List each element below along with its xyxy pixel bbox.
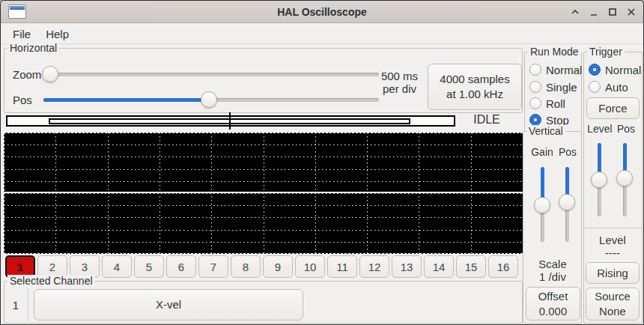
selected-channel-separator	[28, 288, 28, 321]
channel-button-15[interactable]: 15	[456, 255, 486, 278]
capture-status: IDLE	[460, 113, 514, 127]
pos-slider-handle[interactable]	[201, 91, 217, 108]
channel-button-9[interactable]: 9	[263, 255, 293, 278]
trigger-pos-slider-handle[interactable]	[616, 170, 633, 186]
channel-button-10[interactable]: 10	[295, 255, 325, 278]
scale-button[interactable]: Scale 1 /div	[526, 258, 580, 283]
trigger-edge-button[interactable]: Rising	[586, 262, 640, 284]
menu-help[interactable]: Help	[38, 25, 76, 43]
trigger-radio-normal[interactable]: Normal	[589, 63, 641, 76]
zoom-slider-handle[interactable]	[42, 66, 58, 82]
vertical-frame-label: Vertical	[526, 125, 565, 138]
close-icon[interactable]	[625, 6, 637, 18]
selected-channel-number: 1	[7, 299, 25, 312]
trigger-level-slider-handle[interactable]	[591, 171, 607, 188]
channel-button-11[interactable]: 11	[327, 255, 357, 278]
minimize-icon[interactable]	[588, 6, 600, 18]
offset-button[interactable]: Offset 0.000	[526, 287, 580, 321]
channel-source-button[interactable]: X-vel	[34, 289, 303, 321]
channel-button-6[interactable]: 6	[166, 255, 196, 278]
samples-button[interactable]: 4000 samples at 1.00 kHz	[428, 64, 522, 110]
zoom-slider-label: Zoom	[13, 68, 41, 81]
menu-file[interactable]: File	[5, 25, 38, 43]
time-per-div: 500 ms per div	[375, 70, 424, 95]
horizontal-frame-label: Horizontal	[7, 42, 59, 55]
pos-slider-fill	[43, 98, 209, 102]
gain-slider-label: Gain	[529, 146, 556, 158]
channel-button-12[interactable]: 12	[359, 255, 389, 278]
vertical-pos-slider-handle[interactable]	[559, 194, 575, 210]
vertical-pos-slider-label: Pos	[556, 146, 579, 158]
radio-icon	[529, 64, 541, 76]
app-window: HAL Oscilloscope File Help Horizontal Zo…	[0, 0, 644, 325]
shade-icon[interactable]	[569, 6, 581, 18]
runmode-radio-roll[interactable]: Roll	[529, 97, 565, 110]
gain-slider-handle[interactable]	[534, 197, 550, 213]
trigger-level-caption: Level	[586, 234, 640, 246]
radio-icon	[529, 81, 541, 93]
trigger-radio-auto[interactable]: Auto	[589, 80, 628, 94]
radio-icon	[529, 97, 541, 109]
run-mode-frame-label: Run Mode	[528, 46, 581, 58]
channel-button-8[interactable]: 8	[231, 255, 261, 278]
scope-display[interactable]	[4, 133, 523, 254]
runmode-radio-single[interactable]: Single	[529, 80, 577, 94]
trigger-level-value: ----	[586, 246, 640, 259]
trigger-pos-slider-label: Pos	[615, 123, 637, 135]
selected-channel-frame-label: Selected Channel	[7, 275, 95, 288]
radio-icon-checked	[529, 114, 541, 126]
channel-button-16[interactable]: 16	[488, 255, 518, 278]
record-position-marker	[229, 112, 231, 130]
radio-icon	[589, 81, 601, 93]
titlebar: HAL Oscilloscope	[1, 1, 643, 23]
maximize-icon[interactable]	[607, 6, 619, 18]
trigger-source-button[interactable]: Source None	[586, 288, 640, 321]
pos-slider-label: Pos	[13, 94, 32, 106]
scope-grid-canvas	[4, 133, 523, 254]
channel-button-14[interactable]: 14	[424, 255, 454, 278]
channel-button-7[interactable]: 7	[198, 255, 228, 278]
trigger-level-slider-label: Level	[586, 123, 614, 135]
channel-button-13[interactable]: 13	[392, 255, 422, 278]
channel-button-4[interactable]: 4	[102, 255, 132, 278]
trigger-separator	[584, 228, 642, 228]
trigger-frame-label: Trigger	[587, 46, 625, 58]
radio-icon-checked	[589, 64, 601, 76]
runmode-radio-normal[interactable]: Normal	[529, 63, 582, 76]
zoom-slider-track[interactable]	[43, 73, 379, 76]
channel-button-5[interactable]: 5	[134, 255, 164, 278]
window-title: HAL Oscilloscope	[1, 1, 643, 23]
menubar: File Help	[1, 24, 643, 44]
force-button[interactable]: Force	[586, 97, 640, 119]
